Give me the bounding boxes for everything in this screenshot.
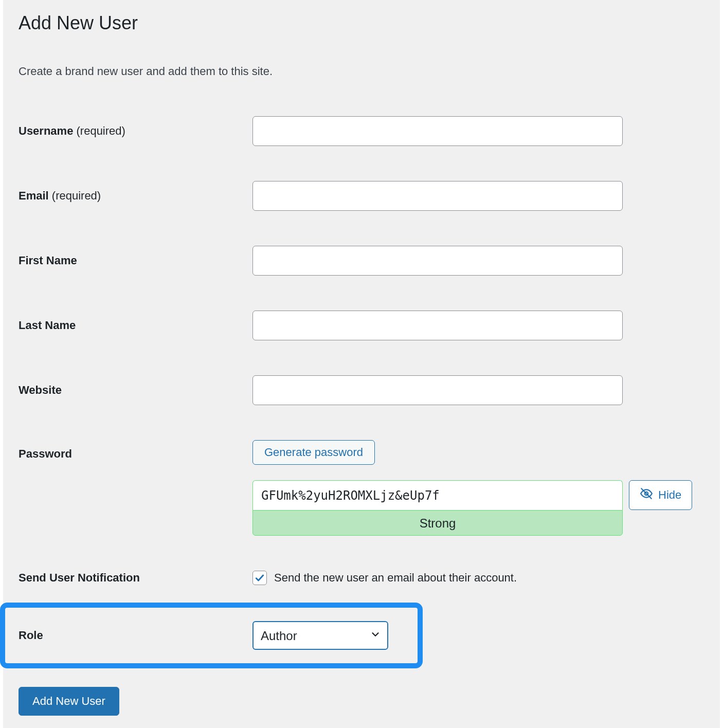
role-select[interactable]: Author — [252, 621, 388, 650]
role-highlight-box: Role Author — [0, 603, 423, 668]
submit-row: Add New User — [19, 668, 704, 721]
hide-password-button[interactable]: Hide — [629, 480, 692, 510]
last-name-row: Last Name — [19, 293, 704, 358]
notification-checkbox[interactable] — [252, 571, 267, 585]
first-name-input[interactable] — [252, 246, 623, 276]
username-label-text: Username — [19, 124, 73, 137]
username-required: (required) — [73, 124, 125, 137]
page-title: Add New User — [19, 0, 704, 40]
notification-description: Send the new user an email about their a… — [274, 571, 517, 585]
first-name-row: First Name — [19, 228, 704, 293]
password-label: Password — [19, 440, 252, 461]
email-input[interactable] — [252, 181, 623, 211]
email-label: Email (required) — [19, 189, 252, 203]
email-label-text: Email — [19, 189, 49, 202]
notification-label: Send User Notification — [19, 571, 252, 585]
username-input[interactable] — [252, 116, 623, 146]
password-input[interactable] — [252, 480, 623, 510]
username-row: Username (required) — [19, 99, 704, 163]
check-icon — [255, 573, 265, 583]
notification-row: Send User Notification Send the new user… — [19, 553, 704, 603]
page-description: Create a brand new user and add them to … — [19, 65, 704, 78]
last-name-input[interactable] — [252, 311, 623, 340]
password-row: Password Generate password Strong — [19, 423, 704, 553]
last-name-label: Last Name — [19, 319, 252, 332]
website-input[interactable] — [252, 375, 623, 405]
eye-slash-icon — [640, 487, 653, 503]
email-row: Email (required) — [19, 163, 704, 228]
role-row: Role Author — [19, 608, 418, 663]
hide-button-label: Hide — [658, 488, 681, 502]
website-label: Website — [19, 384, 252, 397]
password-strength-meter: Strong — [252, 510, 623, 536]
generate-password-button[interactable]: Generate password — [252, 440, 375, 465]
website-row: Website — [19, 358, 704, 423]
username-label: Username (required) — [19, 124, 252, 138]
first-name-label: First Name — [19, 254, 252, 267]
email-required: (required) — [49, 189, 101, 202]
add-new-user-button[interactable]: Add New User — [19, 687, 119, 716]
role-label: Role — [19, 629, 252, 642]
